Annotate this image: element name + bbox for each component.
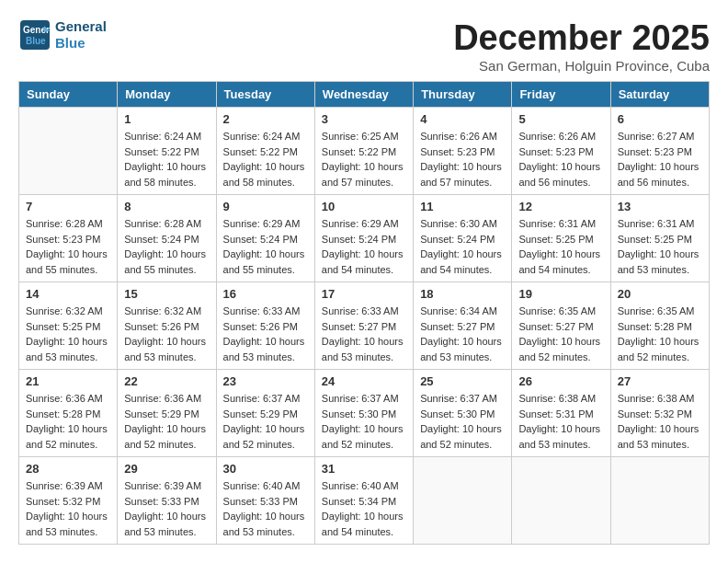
calendar-table: SundayMondayTuesdayWednesdayThursdayFrid… bbox=[18, 81, 710, 545]
calendar-header-tuesday: Tuesday bbox=[216, 82, 314, 108]
calendar-cell: 30Sunrise: 6:40 AM Sunset: 5:33 PM Dayli… bbox=[216, 457, 314, 545]
calendar-cell: 24Sunrise: 6:37 AM Sunset: 5:30 PM Dayli… bbox=[314, 370, 413, 457]
calendar-cell: 2Sunrise: 6:24 AM Sunset: 5:22 PM Daylig… bbox=[216, 108, 314, 195]
day-number: 12 bbox=[518, 200, 603, 213]
day-number: 15 bbox=[124, 287, 209, 301]
calendar-cell bbox=[414, 457, 512, 545]
calendar-cell: 26Sunrise: 6:38 AM Sunset: 5:31 PM Dayli… bbox=[512, 370, 610, 457]
day-number: 6 bbox=[618, 112, 702, 126]
day-info: Sunrise: 6:35 AM Sunset: 5:28 PM Dayligh… bbox=[618, 304, 702, 364]
calendar-week-row-5: 28Sunrise: 6:39 AM Sunset: 5:32 PM Dayli… bbox=[19, 457, 710, 545]
day-info: Sunrise: 6:26 AM Sunset: 5:23 PM Dayligh… bbox=[518, 129, 603, 190]
calendar-cell: 5Sunrise: 6:26 AM Sunset: 5:23 PM Daylig… bbox=[512, 108, 610, 195]
calendar-cell: 12Sunrise: 6:31 AM Sunset: 5:25 PM Dayli… bbox=[512, 195, 610, 282]
logo-text-line1: General bbox=[55, 18, 107, 35]
calendar-cell: 11Sunrise: 6:30 AM Sunset: 5:24 PM Dayli… bbox=[414, 195, 512, 282]
calendar-cell: 21Sunrise: 6:36 AM Sunset: 5:28 PM Dayli… bbox=[19, 370, 118, 457]
day-number: 18 bbox=[420, 287, 505, 301]
day-number: 30 bbox=[223, 462, 308, 476]
calendar-cell: 27Sunrise: 6:38 AM Sunset: 5:32 PM Dayli… bbox=[610, 370, 709, 457]
day-info: Sunrise: 6:24 AM Sunset: 5:22 PM Dayligh… bbox=[124, 129, 209, 190]
calendar-cell: 23Sunrise: 6:37 AM Sunset: 5:29 PM Dayli… bbox=[216, 370, 314, 457]
day-number: 23 bbox=[223, 374, 308, 388]
day-info: Sunrise: 6:39 AM Sunset: 5:32 PM Dayligh… bbox=[26, 478, 110, 539]
day-number: 10 bbox=[322, 200, 406, 213]
day-info: Sunrise: 6:31 AM Sunset: 5:25 PM Dayligh… bbox=[518, 216, 603, 277]
main-title: December 2025 bbox=[453, 18, 710, 58]
calendar-cell bbox=[512, 457, 610, 545]
day-info: Sunrise: 6:30 AM Sunset: 5:24 PM Dayligh… bbox=[420, 216, 505, 277]
day-number: 17 bbox=[322, 287, 406, 301]
calendar-cell: 20Sunrise: 6:35 AM Sunset: 5:28 PM Dayli… bbox=[610, 282, 709, 370]
day-info: Sunrise: 6:29 AM Sunset: 5:24 PM Dayligh… bbox=[322, 216, 406, 277]
day-info: Sunrise: 6:28 AM Sunset: 5:24 PM Dayligh… bbox=[124, 216, 209, 277]
calendar-cell: 25Sunrise: 6:37 AM Sunset: 5:30 PM Dayli… bbox=[414, 370, 512, 457]
day-number: 4 bbox=[420, 112, 505, 126]
day-number: 13 bbox=[618, 200, 702, 213]
day-info: Sunrise: 6:35 AM Sunset: 5:27 PM Dayligh… bbox=[518, 304, 603, 364]
calendar-cell: 22Sunrise: 6:36 AM Sunset: 5:29 PM Dayli… bbox=[118, 370, 216, 457]
logo-text-line2: Blue bbox=[55, 35, 107, 52]
day-info: Sunrise: 6:32 AM Sunset: 5:25 PM Dayligh… bbox=[26, 304, 110, 364]
calendar-header-saturday: Saturday bbox=[610, 82, 709, 108]
day-info: Sunrise: 6:28 AM Sunset: 5:23 PM Dayligh… bbox=[26, 216, 110, 277]
day-info: Sunrise: 6:24 AM Sunset: 5:22 PM Dayligh… bbox=[223, 129, 308, 190]
day-number: 14 bbox=[26, 287, 110, 301]
day-info: Sunrise: 6:37 AM Sunset: 5:29 PM Dayligh… bbox=[223, 391, 308, 452]
day-number: 19 bbox=[518, 287, 603, 301]
calendar-cell: 29Sunrise: 6:39 AM Sunset: 5:33 PM Dayli… bbox=[118, 457, 216, 545]
calendar-header-thursday: Thursday bbox=[414, 82, 512, 108]
day-number: 31 bbox=[322, 462, 406, 476]
day-number: 28 bbox=[26, 462, 110, 476]
calendar-cell: 17Sunrise: 6:33 AM Sunset: 5:27 PM Dayli… bbox=[314, 282, 413, 370]
calendar-header-sunday: Sunday bbox=[19, 82, 118, 108]
calendar-cell: 10Sunrise: 6:29 AM Sunset: 5:24 PM Dayli… bbox=[314, 195, 413, 282]
subtitle: San German, Holguin Province, Cuba bbox=[453, 58, 710, 74]
day-number: 21 bbox=[26, 374, 110, 388]
day-info: Sunrise: 6:33 AM Sunset: 5:26 PM Dayligh… bbox=[223, 304, 308, 364]
calendar-week-row-3: 14Sunrise: 6:32 AM Sunset: 5:25 PM Dayli… bbox=[19, 282, 710, 370]
calendar-cell: 7Sunrise: 6:28 AM Sunset: 5:23 PM Daylig… bbox=[19, 195, 118, 282]
calendar-cell bbox=[19, 108, 118, 195]
svg-text:Blue: Blue bbox=[26, 36, 46, 46]
day-info: Sunrise: 6:38 AM Sunset: 5:32 PM Dayligh… bbox=[618, 391, 702, 452]
calendar-week-row-1: 1Sunrise: 6:24 AM Sunset: 5:22 PM Daylig… bbox=[19, 108, 710, 195]
calendar-cell: 15Sunrise: 6:32 AM Sunset: 5:26 PM Dayli… bbox=[118, 282, 216, 370]
logo: General Blue General Blue bbox=[18, 18, 107, 52]
calendar-header-wednesday: Wednesday bbox=[314, 82, 413, 108]
day-number: 5 bbox=[518, 112, 603, 126]
day-info: Sunrise: 6:32 AM Sunset: 5:26 PM Dayligh… bbox=[124, 304, 209, 364]
calendar-week-row-2: 7Sunrise: 6:28 AM Sunset: 5:23 PM Daylig… bbox=[19, 195, 710, 282]
day-info: Sunrise: 6:39 AM Sunset: 5:33 PM Dayligh… bbox=[124, 478, 209, 539]
day-info: Sunrise: 6:40 AM Sunset: 5:33 PM Dayligh… bbox=[223, 478, 308, 539]
calendar-header-row: SundayMondayTuesdayWednesdayThursdayFrid… bbox=[19, 82, 710, 108]
day-number: 20 bbox=[618, 287, 702, 301]
calendar-week-row-4: 21Sunrise: 6:36 AM Sunset: 5:28 PM Dayli… bbox=[19, 370, 710, 457]
calendar-cell: 18Sunrise: 6:34 AM Sunset: 5:27 PM Dayli… bbox=[414, 282, 512, 370]
calendar-cell: 3Sunrise: 6:25 AM Sunset: 5:22 PM Daylig… bbox=[314, 108, 413, 195]
day-info: Sunrise: 6:40 AM Sunset: 5:34 PM Dayligh… bbox=[322, 478, 406, 539]
day-number: 1 bbox=[124, 112, 209, 126]
day-info: Sunrise: 6:27 AM Sunset: 5:23 PM Dayligh… bbox=[618, 129, 702, 190]
day-info: Sunrise: 6:37 AM Sunset: 5:30 PM Dayligh… bbox=[322, 391, 406, 452]
day-info: Sunrise: 6:26 AM Sunset: 5:23 PM Dayligh… bbox=[420, 129, 505, 190]
calendar-cell: 9Sunrise: 6:29 AM Sunset: 5:24 PM Daylig… bbox=[216, 195, 314, 282]
day-number: 9 bbox=[223, 200, 308, 213]
logo-icon: General Blue bbox=[18, 18, 51, 52]
calendar-cell bbox=[610, 457, 709, 545]
day-info: Sunrise: 6:33 AM Sunset: 5:27 PM Dayligh… bbox=[322, 304, 406, 364]
day-number: 24 bbox=[322, 374, 406, 388]
calendar-cell: 6Sunrise: 6:27 AM Sunset: 5:23 PM Daylig… bbox=[610, 108, 709, 195]
calendar-cell: 19Sunrise: 6:35 AM Sunset: 5:27 PM Dayli… bbox=[512, 282, 610, 370]
day-info: Sunrise: 6:29 AM Sunset: 5:24 PM Dayligh… bbox=[223, 216, 308, 277]
day-number: 7 bbox=[26, 200, 110, 213]
day-number: 2 bbox=[223, 112, 308, 126]
calendar-cell: 4Sunrise: 6:26 AM Sunset: 5:23 PM Daylig… bbox=[414, 108, 512, 195]
day-info: Sunrise: 6:34 AM Sunset: 5:27 PM Dayligh… bbox=[420, 304, 505, 364]
day-number: 11 bbox=[420, 200, 505, 213]
page-container: General Blue General Blue December 2025 … bbox=[18, 18, 710, 545]
calendar-cell: 16Sunrise: 6:33 AM Sunset: 5:26 PM Dayli… bbox=[216, 282, 314, 370]
day-number: 26 bbox=[518, 374, 603, 388]
day-number: 27 bbox=[618, 374, 702, 388]
day-info: Sunrise: 6:38 AM Sunset: 5:31 PM Dayligh… bbox=[518, 391, 603, 452]
